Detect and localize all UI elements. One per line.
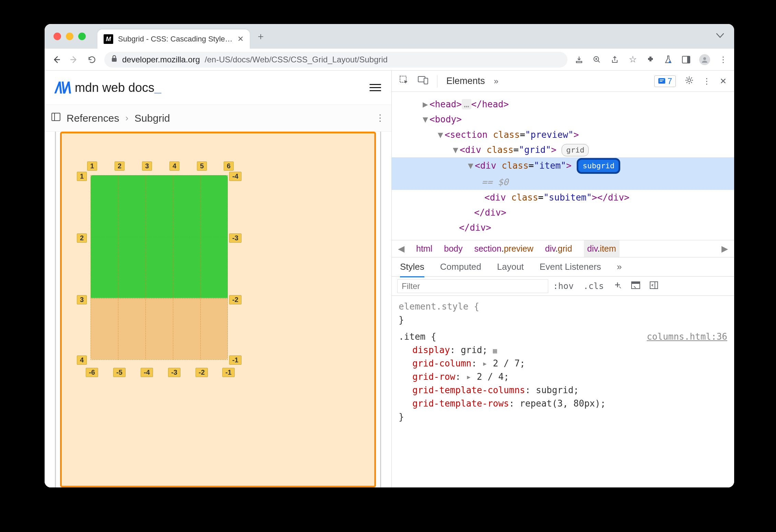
subitem-green	[91, 175, 228, 299]
crumb-left-icon[interactable]: ◀	[398, 244, 404, 254]
mdn-header: /\\/\ mdn web docs_	[45, 71, 391, 105]
url-path: /en-US/docs/Web/CSS/CSS_Grid_Layout/Subg…	[205, 55, 388, 64]
browser-tab[interactable]: M Subgrid - CSS: Cascading Style… ✕	[97, 29, 250, 49]
chrome-menu-icon[interactable]: ⋮	[718, 55, 728, 64]
svg-rect-10	[424, 78, 428, 84]
forward-button[interactable]	[69, 55, 80, 64]
new-style-rule-icon[interactable]	[609, 281, 626, 291]
minimize-window-icon[interactable]	[66, 33, 73, 40]
grid-line-label: -6	[86, 368, 98, 377]
grid-line-label: 1	[87, 161, 97, 171]
grid-line-label: 5	[197, 161, 207, 171]
toolbar-actions: ☆ ⋮	[574, 54, 728, 65]
settings-gear-icon[interactable]	[685, 76, 694, 87]
svg-point-5	[703, 57, 706, 60]
breadcrumb: References › Subgrid ⋮	[45, 105, 391, 132]
toolbar: developer.mozilla.org/en-US/docs/Web/CSS…	[45, 49, 734, 71]
source-link[interactable]: columns.html:36	[647, 330, 727, 343]
page-actions-icon[interactable]: ⋮	[376, 113, 385, 123]
side-panel-icon[interactable]	[681, 55, 691, 64]
grid-line-label: -2	[229, 295, 242, 304]
grid-line-label: -3	[229, 233, 242, 243]
extensions-icon[interactable]	[646, 55, 655, 64]
window-controls	[54, 33, 86, 40]
grid-line-label: 2	[115, 161, 125, 171]
grid-line-label: -4	[229, 172, 242, 181]
svg-rect-15	[650, 282, 658, 289]
lock-icon	[111, 55, 117, 64]
grid-line-label: -4	[141, 368, 153, 377]
tab-title: Subgrid - CSS: Cascading Style…	[118, 35, 233, 44]
tab-event-listeners[interactable]: Event Listeners	[540, 262, 601, 272]
svg-rect-0	[112, 58, 117, 62]
bookmark-icon[interactable]: ☆	[628, 55, 637, 64]
grid-line-label: 4	[77, 355, 87, 365]
inspect-element-icon[interactable]	[399, 75, 409, 87]
grid-icon[interactable]: ▦	[493, 347, 497, 355]
cls-toggle[interactable]: .cls	[578, 281, 609, 291]
install-icon[interactable]	[574, 55, 584, 64]
breadcrumb-root[interactable]: References	[67, 112, 119, 124]
hamburger-menu-icon[interactable]	[369, 84, 381, 91]
new-tab-button[interactable]: ＋	[256, 30, 266, 43]
dom-tree[interactable]: ▶<head>…</head> ▼<body> ▼<section class=…	[392, 92, 734, 240]
browser-window: M Subgrid - CSS: Cascading Style… ✕ ＋ de…	[45, 24, 734, 487]
close-tab-icon[interactable]: ✕	[237, 35, 244, 44]
maximize-window-icon[interactable]	[78, 33, 86, 40]
subgrid-badge[interactable]: subgrid	[577, 158, 620, 174]
styles-subpanel-tabs: Styles Computed Layout Event Listeners »	[392, 257, 734, 277]
styles-rules[interactable]: element.style { } .item {columns.html:36…	[392, 296, 734, 487]
crumb-right-icon[interactable]: ▶	[721, 244, 728, 254]
labs-icon[interactable]	[663, 55, 673, 64]
styles-filter-input[interactable]	[397, 279, 548, 293]
hov-toggle[interactable]: :hov	[548, 281, 578, 291]
grid-line-label: -1	[229, 355, 242, 365]
grid-line-label: -2	[196, 368, 208, 377]
grid-line-label: 1	[77, 172, 87, 181]
mdn-logo[interactable]: /\\/\ mdn web docs_	[55, 78, 161, 97]
grid-demo: 1 2 3 4 5 6 1 2 3 4 -4	[60, 132, 376, 487]
svg-rect-6	[52, 113, 60, 121]
share-icon[interactable]	[610, 55, 620, 64]
tab-bar: M Subgrid - CSS: Cascading Style… ✕ ＋	[45, 24, 734, 49]
reload-button[interactable]	[86, 55, 97, 64]
page-content: /\\/\ mdn web docs_ References › Subgrid…	[45, 71, 392, 487]
close-devtools-icon[interactable]: ✕	[720, 76, 727, 86]
chevron-right-icon: ›	[125, 113, 128, 123]
back-button[interactable]	[51, 55, 62, 64]
svg-point-12	[688, 79, 691, 82]
grid-badge[interactable]: grid	[562, 144, 589, 156]
devtools-panel: Elements » 7 ⋮ ✕ ▶<head>…</head> ▼<body>…	[392, 71, 734, 487]
computed-styles-icon[interactable]	[626, 281, 645, 291]
svg-point-2	[669, 61, 671, 63]
url-domain: developer.mozilla.org	[122, 55, 200, 64]
elements-tab[interactable]: Elements	[446, 76, 485, 86]
close-window-icon[interactable]	[54, 33, 61, 40]
zoom-icon[interactable]	[592, 55, 602, 64]
toggle-sidebar-icon[interactable]	[645, 281, 663, 291]
devtools-menu-icon[interactable]: ⋮	[703, 76, 711, 86]
breadcrumb-current: Subgrid	[134, 112, 170, 124]
mdn-mark-icon: /\\/\	[55, 78, 70, 97]
grid-line-label: 4	[169, 161, 179, 171]
grid-line-label: 3	[142, 161, 152, 171]
svg-rect-14	[632, 282, 640, 284]
profile-avatar-icon[interactable]	[699, 54, 710, 65]
grid-line-label: 6	[224, 161, 234, 171]
dom-breadcrumb[interactable]: ◀ html body section.preview div.grid div…	[392, 240, 734, 257]
tabs-overflow-icon[interactable]	[716, 33, 724, 39]
issues-badge[interactable]: 7	[654, 75, 676, 87]
tab-computed[interactable]: Computed	[440, 262, 481, 272]
selected-dom-node: ▼<div class="item"> subgrid	[392, 157, 734, 174]
address-bar[interactable]: developer.mozilla.org/en-US/docs/Web/CSS…	[104, 52, 567, 68]
sidebar-toggle-icon[interactable]	[51, 113, 60, 123]
favicon-mdn-icon: M	[104, 34, 113, 44]
more-style-tabs-icon[interactable]: »	[617, 262, 622, 272]
grid-line-label: -3	[168, 368, 180, 377]
tab-styles[interactable]: Styles	[400, 262, 424, 277]
devtools-toolbar: Elements » 7 ⋮ ✕	[392, 71, 734, 92]
grid-line-label: 3	[77, 295, 87, 304]
device-toggle-icon[interactable]	[418, 76, 428, 86]
more-tabs-icon[interactable]: »	[494, 76, 498, 86]
tab-layout[interactable]: Layout	[497, 262, 524, 272]
